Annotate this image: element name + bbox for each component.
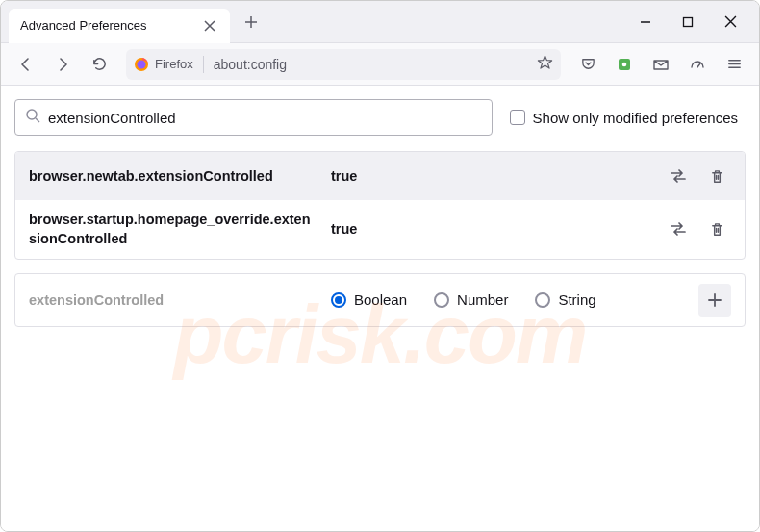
dashboard-icon[interactable] <box>682 49 713 80</box>
url-text: about:config <box>214 57 527 72</box>
pref-list: browser.newtab.extensionControlled true … <box>14 151 746 260</box>
search-input[interactable] <box>48 110 482 126</box>
identity-box[interactable]: Firefox <box>134 57 193 72</box>
radio-icon <box>535 292 550 308</box>
nav-toolbar: Firefox about:config <box>1 43 759 86</box>
svg-rect-0 <box>684 17 693 26</box>
pref-value: true <box>331 221 650 237</box>
reload-button[interactable] <box>84 49 114 80</box>
delete-button[interactable] <box>702 215 731 243</box>
radio-number[interactable]: Number <box>434 291 508 308</box>
browser-tab[interactable]: Advanced Preferences <box>9 9 230 43</box>
tab-title: Advanced Preferences <box>20 18 193 33</box>
pref-name: browser.newtab.extensionControlled <box>29 166 317 186</box>
search-icon <box>25 108 40 127</box>
menu-button[interactable] <box>719 49 749 80</box>
add-pref-button[interactable] <box>698 284 731 317</box>
radio-icon <box>331 292 346 308</box>
urlbar[interactable]: Firefox about:config <box>126 49 561 80</box>
minimize-button[interactable] <box>636 13 655 32</box>
maximize-button[interactable] <box>678 13 697 32</box>
close-tab-icon[interactable] <box>201 17 218 35</box>
toggle-button[interactable] <box>664 162 693 190</box>
pref-name: browser.startup.homepage_override.extens… <box>29 210 317 249</box>
radio-label: Number <box>457 291 508 308</box>
identity-label: Firefox <box>155 57 193 71</box>
firefox-icon <box>134 57 149 72</box>
back-button[interactable] <box>11 49 41 80</box>
new-pref-row: extensionControlled Boolean Number Strin… <box>14 273 746 327</box>
modified-only-label: Show only modified preferences <box>533 110 738 126</box>
new-pref-name: extensionControlled <box>29 292 317 308</box>
svg-point-4 <box>622 62 627 66</box>
radio-label: String <box>558 291 595 308</box>
browser-window: Advanced Preferences <box>0 0 760 532</box>
pref-row: browser.startup.homepage_override.extens… <box>15 200 745 259</box>
pref-value: true <box>331 168 650 184</box>
search-box[interactable] <box>14 99 493 136</box>
radio-label: Boolean <box>354 291 407 308</box>
close-window-button[interactable] <box>721 13 740 32</box>
modified-only-checkbox[interactable]: Show only modified preferences <box>510 110 746 126</box>
window-controls <box>636 13 759 32</box>
svg-point-2 <box>138 60 146 68</box>
radio-icon <box>434 292 449 308</box>
search-row: Show only modified preferences <box>14 99 746 136</box>
delete-button[interactable] <box>702 162 731 190</box>
type-options: Boolean Number String <box>331 291 685 308</box>
forward-button[interactable] <box>47 49 78 80</box>
svg-point-5 <box>27 110 37 119</box>
radio-boolean[interactable]: Boolean <box>331 291 407 308</box>
titlebar: Advanced Preferences <box>1 1 759 43</box>
content-area: Show only modified preferences browser.n… <box>1 86 759 531</box>
pref-row: browser.newtab.extensionControlled true <box>15 152 745 200</box>
pocket-icon[interactable] <box>572 49 603 80</box>
checkbox-icon <box>510 110 525 125</box>
radio-string[interactable]: String <box>535 291 595 308</box>
new-tab-button[interactable] <box>238 9 265 36</box>
bookmark-star-icon[interactable] <box>537 54 553 74</box>
toggle-button[interactable] <box>664 215 693 243</box>
extension-icon[interactable] <box>609 49 640 80</box>
mail-icon[interactable] <box>646 49 676 80</box>
urlbar-divider <box>203 56 204 73</box>
